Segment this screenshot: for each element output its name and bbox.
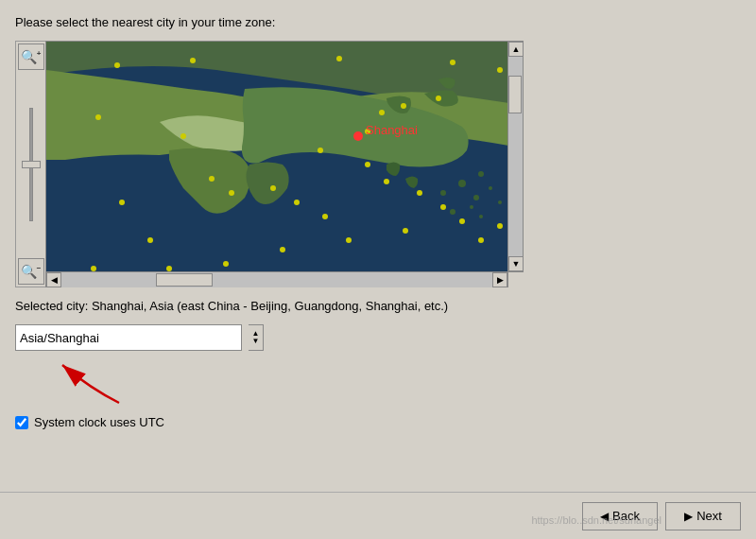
utc-checkbox-row: System clock uses UTC (15, 415, 741, 429)
svg-point-19 (270, 185, 276, 191)
zoom-in-icon: 🔍+ (21, 49, 42, 64)
scroll-track-vertical[interactable] (508, 57, 523, 256)
svg-point-10 (114, 62, 120, 68)
svg-point-30 (322, 214, 328, 219)
watermark-text: https://blo..sdn.net/sunangel (531, 514, 662, 526)
svg-point-2 (458, 180, 466, 187)
zoom-slider-area (29, 70, 33, 258)
svg-point-17 (209, 176, 215, 182)
scroll-left-button[interactable]: ◀ (46, 272, 61, 287)
zoom-in-button[interactable]: 🔍+ (18, 43, 44, 70)
svg-point-3 (478, 171, 484, 177)
svg-point-24 (401, 103, 406, 109)
scroll-up-button[interactable]: ▲ (508, 42, 524, 57)
svg-point-5 (489, 186, 492, 190)
map-scrollbar-horizontal[interactable]: ◀ ▶ (45, 272, 508, 287)
next-label: Next (696, 509, 722, 523)
svg-point-1 (440, 190, 446, 196)
zoom-out-icon: 🔍− (21, 264, 42, 279)
svg-point-27 (384, 179, 389, 184)
svg-point-11 (190, 58, 196, 63)
svg-point-18 (229, 190, 234, 196)
selected-city-label: Selected city: Shanghai, Asia (east Chin… (15, 299, 741, 313)
svg-point-28 (417, 190, 422, 196)
svg-point-23 (379, 110, 385, 115)
next-button[interactable]: ▶ Next (665, 502, 741, 530)
next-icon: ▶ (684, 510, 693, 523)
utc-label: System clock uses UTC (34, 415, 164, 429)
svg-point-34 (459, 218, 465, 224)
svg-point-16 (180, 133, 186, 139)
arrow-annotation (43, 351, 157, 408)
svg-point-6 (470, 205, 473, 209)
utc-checkbox[interactable] (15, 416, 28, 429)
scroll-track-horizontal[interactable] (61, 272, 492, 287)
zoom-controls: 🔍+ 🔍− (15, 41, 45, 287)
svg-point-39 (91, 266, 96, 271)
svg-point-31 (280, 247, 285, 252)
map-scrollbar-vertical[interactable]: ▲ ▼ (508, 41, 524, 272)
scroll-right-button[interactable]: ▶ (492, 272, 507, 287)
svg-point-37 (119, 200, 125, 205)
svg-point-9 (498, 200, 502, 204)
select-arrow-down-icon: ▼ (252, 338, 260, 345)
svg-point-15 (95, 114, 101, 120)
svg-point-26 (365, 162, 370, 167)
instruction-label: Please select the nearest city in your t… (15, 15, 741, 29)
svg-point-32 (346, 237, 352, 243)
svg-point-8 (479, 215, 483, 218)
svg-point-40 (166, 266, 172, 271)
svg-point-13 (450, 60, 455, 65)
zoom-slider-track[interactable] (29, 108, 33, 221)
scroll-down-button[interactable]: ▼ (508, 256, 524, 271)
scroll-thumb-horizontal[interactable] (156, 273, 213, 287)
timezone-select[interactable]: Asia/Shanghai Asia/Beijing Asia/Tokyo Eu… (15, 324, 242, 351)
svg-point-14 (497, 67, 503, 73)
bottom-bar: https://blo..sdn.net/sunangel ◀ Back ▶ N… (0, 492, 756, 539)
svg-point-33 (403, 228, 408, 234)
svg-point-4 (473, 195, 479, 200)
scroll-thumb-vertical[interactable] (508, 76, 522, 113)
svg-point-29 (440, 204, 446, 210)
svg-point-20 (294, 200, 300, 205)
select-arrows[interactable]: ▲ ▼ (249, 324, 264, 351)
svg-point-25 (436, 96, 441, 101)
zoom-out-button[interactable]: 🔍− (18, 258, 44, 285)
svg-point-7 (450, 209, 455, 215)
svg-point-35 (478, 237, 484, 243)
svg-point-12 (336, 56, 342, 61)
svg-point-41 (223, 261, 229, 267)
svg-text:Shanghai: Shanghai (366, 123, 418, 137)
svg-point-42 (353, 131, 363, 141)
map-area[interactable]: Shanghai (45, 41, 508, 272)
svg-point-21 (318, 148, 323, 153)
zoom-slider-handle (22, 161, 41, 168)
timezone-select-wrapper: Asia/Shanghai Asia/Beijing Asia/Tokyo Eu… (15, 324, 741, 351)
svg-point-38 (147, 237, 153, 243)
svg-point-36 (497, 223, 503, 229)
